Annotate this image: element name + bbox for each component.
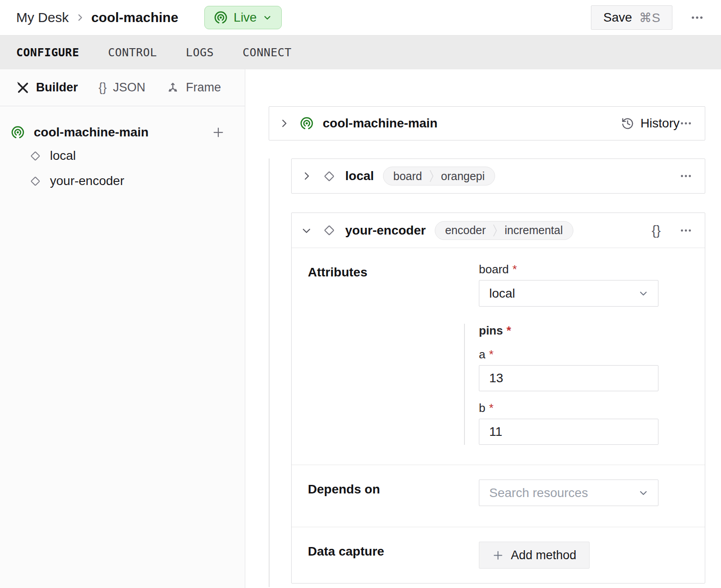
view-tab-frame-label: Frame: [186, 81, 221, 95]
tree-node-machine-part[interactable]: cool-machine-main: [11, 122, 225, 143]
required-marker: *: [489, 348, 493, 361]
chevron-down-icon: [638, 288, 649, 299]
tab-control[interactable]: CONTROL: [108, 46, 157, 59]
depends-on-section: Depends on Search resources: [292, 465, 705, 527]
edit-json-braces-icon[interactable]: {}: [652, 223, 661, 238]
component-diamond-icon: [322, 223, 336, 237]
ellipsis-icon: [690, 11, 704, 24]
tab-connect[interactable]: CONNECT: [243, 46, 292, 59]
board-field-label: board*: [479, 262, 658, 276]
pin-a-label: a*: [479, 348, 658, 362]
depends-on-select[interactable]: Search resources: [479, 479, 658, 506]
component-diamond-icon: [29, 149, 42, 163]
pin-b-field: b*: [479, 401, 658, 445]
save-button[interactable]: Save ⌘S: [591, 5, 672, 30]
breadcrumb-my-desk[interactable]: My Desk: [16, 10, 69, 25]
history-clock-icon: [621, 117, 634, 130]
breadcrumb-chevron-icon: [75, 13, 85, 23]
top-header: My Desk cool-machine Live Save ⌘S: [0, 0, 721, 35]
resource-model: orangepi: [441, 170, 485, 183]
collapse-chevron-down-icon[interactable]: [301, 225, 312, 236]
depends-on-placeholder: Search resources: [489, 486, 588, 500]
resource-type: encoder: [445, 224, 486, 237]
machine-part-children: local board orangepi: [269, 158, 705, 587]
frame-axes-icon: [166, 81, 180, 95]
config-sidebar: Builder {} JSON Frame: [0, 69, 245, 588]
tree-node-local-label: local: [50, 149, 76, 163]
breadcrumb-machine-name: cool-machine: [91, 10, 178, 25]
tree-node-local[interactable]: local: [29, 143, 225, 168]
attributes-section: Attributes board* local: [292, 248, 705, 465]
machine-part-card: cool-machine-main History: [269, 106, 705, 140]
plus-icon: [212, 126, 225, 139]
tree-node-your-encoder[interactable]: your-encoder: [29, 168, 225, 194]
breadcrumb: My Desk cool-machine: [16, 10, 178, 25]
local-board-card: local board orangepi: [291, 158, 705, 194]
resource-tree: cool-machine-main local your-encoder: [0, 106, 245, 194]
depends-on-form: Search resources: [464, 479, 658, 506]
machine-part-title: cool-machine-main: [323, 116, 437, 131]
board-field: board* local: [479, 262, 658, 307]
pin-a-field: a*: [479, 348, 658, 391]
machine-part-icon: [300, 117, 314, 131]
ellipsis-icon: [680, 117, 692, 130]
expand-chevron-right-icon[interactable]: [278, 118, 290, 129]
view-tab-frame[interactable]: Frame: [166, 81, 221, 95]
ellipsis-icon: [680, 170, 692, 182]
pins-group-label: pins*: [479, 324, 658, 338]
required-marker: *: [489, 401, 493, 415]
machine-part-icon: [11, 126, 25, 140]
depends-on-label: Depends on: [308, 479, 380, 506]
chevron-down-icon: [262, 13, 272, 23]
attributes-section-label: Attributes: [308, 262, 367, 445]
your-encoder-menu-button[interactable]: [680, 224, 692, 237]
machine-tab-bar: CONFIGURE CONTROL LOGS CONNECT: [0, 35, 721, 69]
board-select-value: local: [489, 286, 515, 301]
pin-a-input[interactable]: [479, 365, 658, 391]
builder-panel: cool-machine-main History: [245, 69, 721, 588]
your-encoder-card: your-encoder encoder incremental {}: [291, 213, 705, 583]
view-tab-builder-label: Builder: [36, 81, 78, 95]
save-shortcut-hint: ⌘S: [639, 10, 660, 25]
resource-model: incremental: [505, 224, 563, 237]
view-tab-builder[interactable]: Builder: [16, 81, 78, 95]
view-tab-json[interactable]: {} JSON: [99, 81, 145, 95]
save-label: Save: [603, 10, 632, 25]
component-diamond-icon: [322, 169, 336, 183]
your-encoder-card-header: your-encoder encoder incremental {}: [292, 213, 705, 248]
sidebar-view-switcher: Builder {} JSON Frame: [0, 69, 245, 106]
add-resource-button[interactable]: [212, 126, 225, 139]
plus-icon: [492, 549, 504, 561]
chevron-down-icon: [638, 487, 649, 498]
board-select[interactable]: local: [479, 280, 658, 307]
view-tab-json-label: JSON: [113, 81, 145, 95]
data-capture-section: Data capture Add method: [292, 527, 705, 583]
pin-b-input[interactable]: [479, 419, 658, 445]
machine-live-icon: [214, 11, 228, 25]
header-overflow-menu-button[interactable]: [690, 11, 704, 24]
add-method-button[interactable]: Add method: [479, 542, 590, 569]
ellipsis-icon: [680, 224, 692, 237]
content-area: Builder {} JSON Frame: [0, 69, 721, 588]
machine-part-menu-button[interactable]: [680, 117, 692, 130]
expand-chevron-right-icon[interactable]: [301, 170, 312, 182]
history-label: History: [640, 116, 680, 131]
braces-icon: {}: [99, 81, 107, 95]
resource-type-badge: board orangepi: [383, 167, 495, 185]
tree-node-your-encoder-label: your-encoder: [50, 174, 124, 188]
tab-logs[interactable]: LOGS: [186, 46, 214, 59]
your-encoder-title: your-encoder: [345, 223, 426, 238]
data-capture-form: Add method: [464, 542, 658, 569]
required-marker: *: [506, 324, 511, 337]
badge-separator-icon: [493, 224, 497, 237]
badge-separator-icon: [429, 169, 434, 183]
tab-configure[interactable]: CONFIGURE: [16, 46, 79, 59]
local-board-title: local: [345, 169, 374, 183]
component-diamond-icon: [29, 175, 42, 188]
live-status-dropdown[interactable]: Live: [204, 6, 282, 29]
local-board-menu-button[interactable]: [680, 170, 692, 182]
history-button[interactable]: History: [621, 116, 680, 131]
live-status-label: Live: [234, 10, 257, 25]
pins-group: pins* a* b*: [464, 324, 658, 445]
resource-type: board: [393, 170, 422, 183]
